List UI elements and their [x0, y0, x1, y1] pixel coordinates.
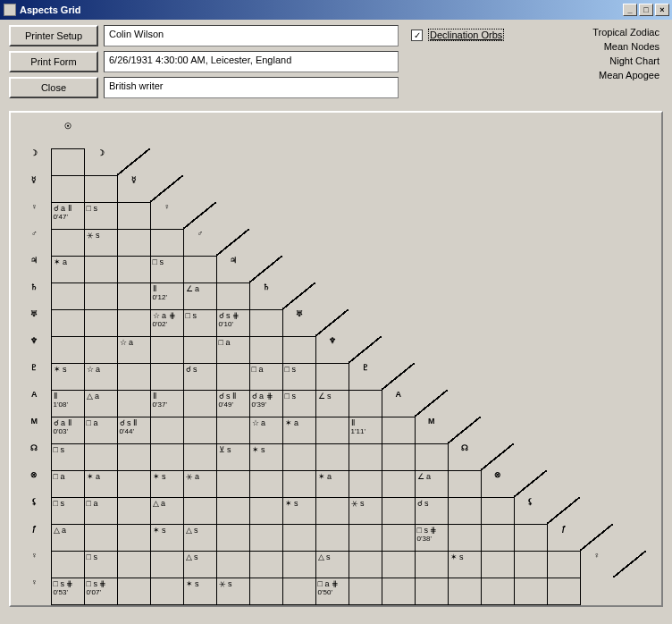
planet-row-9: ♇: [18, 363, 51, 390]
aspect-cell: [117, 309, 150, 336]
titlebar: Aspects Grid _ □ ×: [0, 0, 672, 20]
aspect-cell: [349, 578, 382, 604]
aspect-cell: [315, 443, 349, 470]
aspect-cell: [382, 443, 415, 470]
info-zodiac: Tropical Zodiac: [592, 25, 659, 39]
aspect-cell: [183, 390, 216, 417]
print-form-button[interactable]: Print Form: [9, 51, 98, 72]
aspects-grid: ☉☽☽☿☿♀☌ a Ⅱ0'47'□ s♀♂⚹ s♂♃✶ a□ s♃♄Ⅱ0'12'…: [18, 122, 647, 605]
aspect-cell: ✶ s: [282, 497, 315, 524]
aspect-cell: [117, 282, 150, 309]
aspect-cell: [84, 443, 117, 470]
aspect-cell: [249, 578, 282, 604]
aspect-cell: [415, 551, 448, 578]
aspect-cell: ✶ s: [150, 524, 183, 551]
aspect-cell: △ s: [315, 551, 349, 578]
chart-info: Tropical Zodiac Mean Nodes Night Chart M…: [592, 25, 663, 82]
close-button[interactable]: Close: [9, 77, 98, 98]
aspect-cell: [150, 578, 183, 604]
aspect-cell: △ a: [84, 390, 117, 417]
aspect-cell: Ⅱ0'12': [150, 282, 183, 309]
aspect-cell: [51, 551, 84, 578]
aspect-cell: [117, 390, 150, 417]
aspect-cell: ⊻ s: [216, 443, 249, 470]
planet-col-16: ♀: [580, 551, 613, 578]
minimize-button[interactable]: _: [623, 4, 637, 16]
aspect-cell: □ s ⋕0'07': [84, 578, 117, 604]
aspect-cell: □ s: [282, 363, 315, 390]
planet-row-16: ♀: [18, 551, 51, 578]
aspect-cell: [150, 551, 183, 578]
aspect-cell: [382, 470, 415, 497]
aspect-cell: [282, 524, 315, 551]
aspect-cell: ☌ s Ⅱ0'44': [117, 417, 150, 443]
planet-row-11: M: [18, 417, 51, 443]
aspect-cell: [51, 148, 84, 175]
aspect-cell: □ a ⋕0'50': [315, 578, 349, 604]
planet-col-4: ♂: [183, 229, 216, 256]
aspect-cell: [183, 497, 216, 524]
maximize-button[interactable]: □: [639, 4, 653, 16]
aspect-cell: [84, 309, 117, 336]
aspect-cell: ☌ s ⋕0'10': [216, 309, 249, 336]
aspect-cell: [514, 578, 547, 604]
aspect-cell: Ⅱ1'08': [51, 390, 84, 417]
aspect-cell: [51, 175, 84, 202]
name-field[interactable]: Colin Wilson: [104, 25, 399, 46]
aspect-cell: [315, 363, 349, 390]
planet-col-12: ☊: [448, 443, 481, 470]
aspect-cell: □ s: [282, 390, 315, 417]
planet-col-14: ⚸: [514, 497, 547, 524]
printer-setup-button[interactable]: Printer Setup: [9, 25, 98, 46]
aspect-cell: ⚹ s: [84, 229, 117, 256]
aspect-cell: [249, 336, 282, 363]
aspect-cell: [84, 336, 117, 363]
close-window-button[interactable]: ×: [655, 4, 669, 16]
aspect-cell: □ a: [84, 497, 117, 524]
aspect-cell: [481, 497, 514, 524]
aspect-cell: [415, 578, 448, 604]
aspect-cell: [84, 256, 117, 282]
aspect-cell: □ a: [216, 336, 249, 363]
aspect-cell: □ a: [51, 470, 84, 497]
aspect-cell: [117, 470, 150, 497]
info-apogee: Mean Apogee: [592, 68, 659, 82]
datetime-field[interactable]: 6/26/1931 4:30:00 AM, Leicester, England: [104, 51, 399, 72]
aspect-cell: [216, 497, 249, 524]
planet-row-15: ƒ: [18, 524, 51, 551]
aspect-cell: [117, 578, 150, 604]
aspect-cell: ☌ s: [183, 363, 216, 390]
planet-col-9: ♇: [349, 363, 382, 390]
planet-col-15: ƒ: [547, 524, 580, 551]
aspect-cell: □ s: [84, 202, 117, 229]
aspect-cell: [349, 524, 382, 551]
aspect-cell: ☌ s Ⅱ0'49': [216, 390, 249, 417]
aspect-cell: □ s: [183, 309, 216, 336]
aspect-cell: [349, 390, 382, 417]
aspect-cell: [183, 417, 216, 443]
aspect-cell: □ s: [51, 497, 84, 524]
aspect-cell: [117, 202, 150, 229]
aspect-cell: □ s: [51, 443, 84, 470]
aspect-cell: [448, 578, 481, 604]
aspects-grid-panel: ☉☽☽☿☿♀☌ a Ⅱ0'47'□ s♀♂⚹ s♂♃✶ a□ s♃♄Ⅱ0'12'…: [9, 111, 663, 607]
aspect-cell: □ s: [150, 256, 183, 282]
aspect-cell: Ⅱ0'37': [150, 390, 183, 417]
planet-col-10: A: [382, 390, 415, 417]
aspect-cell: [282, 443, 315, 470]
aspect-cell: [117, 229, 150, 256]
description-field[interactable]: British writer: [104, 77, 399, 98]
aspect-cell: △ a: [150, 497, 183, 524]
declination-orbs-checkbox[interactable]: ✓: [411, 30, 423, 41]
aspect-cell: ☌ s: [415, 497, 448, 524]
aspect-cell: ✶ a: [315, 470, 349, 497]
planet-col-11: M: [415, 417, 448, 443]
info-chart: Night Chart: [592, 54, 659, 68]
planet-row-14: ⚸: [18, 497, 51, 524]
aspect-cell: ∠ a: [415, 470, 448, 497]
aspect-cell: [382, 417, 415, 443]
planet-row-10: A: [18, 390, 51, 417]
planet-row-1: ☽: [18, 148, 51, 175]
aspect-cell: [150, 443, 183, 470]
planet-row-2: ☿: [18, 175, 51, 202]
